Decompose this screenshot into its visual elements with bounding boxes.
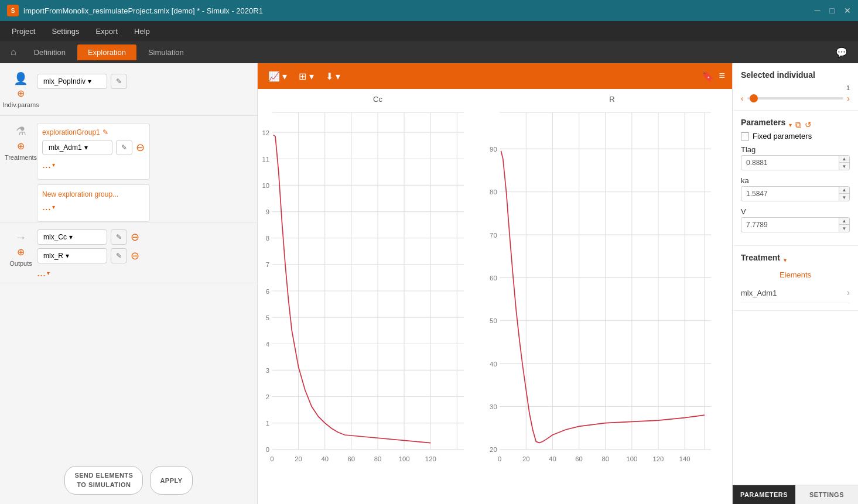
treatments-more-link[interactable]: ... ▾ xyxy=(42,159,55,171)
treatment-dropdown-arrow[interactable]: ▾ xyxy=(784,257,787,263)
slider-left-arrow[interactable]: ‹ xyxy=(741,94,744,103)
indiv-params-edit-button[interactable]: ✎ xyxy=(111,74,127,89)
selected-individual-title: Selected individual xyxy=(741,70,850,80)
new-group-more-link[interactable]: ... ▾ xyxy=(42,201,55,213)
output-r-remove-button[interactable]: ⊖ xyxy=(131,251,139,261)
parameters-dropdown-arrow[interactable]: ▾ xyxy=(789,122,792,128)
edit-group-icon[interactable]: ✎ xyxy=(102,128,108,136)
menu-bar: Project Settings Export Help xyxy=(0,21,858,41)
treatment-item-arrow[interactable]: › xyxy=(847,287,850,298)
param-ka-value-row[interactable]: 1.5847 ▲ ▼ xyxy=(741,186,850,201)
slider-container[interactable]: ‹ › xyxy=(741,94,850,103)
svg-text:5: 5 xyxy=(266,314,269,321)
output-cc-chevron: ▾ xyxy=(69,233,73,241)
parameters-copy-icon[interactable]: ⧉ xyxy=(795,120,801,130)
outputs-section: → ⊕ Outputs mlx_Cc ▾ ✎ ⊖ xyxy=(0,222,257,283)
parameters-reset-icon[interactable]: ↺ xyxy=(805,120,812,129)
chart-area: 📈 ▾ ⊞ ▾ ⬇ ▾ 🔖 ≡ Cc xyxy=(258,63,732,504)
param-ka-down[interactable]: ▼ xyxy=(839,194,849,201)
svg-text:20: 20 xyxy=(490,446,497,453)
param-tlag-value-row[interactable]: 0.8881 ▲ ▼ xyxy=(741,155,850,170)
svg-text:0: 0 xyxy=(266,446,269,453)
menu-export[interactable]: Export xyxy=(88,25,125,38)
chart-cc-title: Cc xyxy=(264,95,492,104)
slider-thumb[interactable] xyxy=(750,94,758,102)
tab-settings-bottom[interactable]: SETTINGS xyxy=(795,485,858,504)
tab-simulation[interactable]: Simulation xyxy=(138,44,194,60)
apply-button[interactable]: APPLY xyxy=(150,466,192,495)
person-icon: 👤 xyxy=(13,71,28,85)
svg-text:40: 40 xyxy=(549,455,556,462)
window-controls[interactable]: ─ □ ✕ xyxy=(815,6,851,15)
svg-text:30: 30 xyxy=(490,403,497,410)
new-exploration-group-button[interactable]: New exploration group... xyxy=(42,190,118,198)
indiv-params-label: Indiv.params xyxy=(2,101,39,108)
add-treatment-icon[interactable]: ⊕ xyxy=(17,140,25,152)
slider-track[interactable] xyxy=(747,97,844,100)
download-button[interactable]: ⬇ ▾ xyxy=(322,68,344,84)
slider-right-arrow[interactable]: › xyxy=(847,94,850,103)
title-bar-left: S importFromMonolix_resimulateProject.sm… xyxy=(7,5,263,16)
output-cc-edit-button[interactable]: ✎ xyxy=(111,229,127,245)
menu-help[interactable]: Help xyxy=(127,25,157,38)
svg-text:20: 20 xyxy=(522,455,530,462)
elements-link[interactable]: Elements xyxy=(741,267,850,283)
treatments-icon: ⚗ xyxy=(16,124,26,138)
tab-definition[interactable]: Definition xyxy=(23,44,76,60)
home-icon[interactable]: ⌂ xyxy=(5,43,22,61)
add-output-icon[interactable]: ⊕ xyxy=(17,246,25,258)
param-ka: ka 1.5847 ▲ ▼ xyxy=(741,176,850,201)
indiv-params-dropdown[interactable]: mlx_PopIndiv ▾ xyxy=(37,74,107,89)
bookmark-icon[interactable]: 🔖 xyxy=(701,70,714,83)
param-v-down[interactable]: ▼ xyxy=(839,225,849,232)
output-r-edit-button[interactable]: ✎ xyxy=(111,248,127,263)
param-ka-spinners[interactable]: ▲ ▼ xyxy=(839,187,849,201)
adm-dropdown[interactable]: mlx_Adm1 ▾ xyxy=(42,140,112,155)
param-v-value-row[interactable]: 7.7789 ▲ ▼ xyxy=(741,217,850,232)
param-ka-value: 1.5847 xyxy=(741,187,839,200)
tab-bar: ⌂ Definition Exploration Simulation 💬 xyxy=(0,41,858,63)
param-v-up[interactable]: ▲ xyxy=(839,218,849,225)
treatment-item-row: mlx_Adm1 › xyxy=(741,283,850,303)
outputs-more-link[interactable]: ... ▾ xyxy=(37,267,50,279)
maximize-button[interactable]: □ xyxy=(830,6,835,15)
adm-edit-button[interactable]: ✎ xyxy=(116,140,132,155)
minimize-button[interactable]: ─ xyxy=(815,6,821,15)
svg-text:100: 100 xyxy=(626,455,637,462)
svg-text:0: 0 xyxy=(498,455,501,462)
param-tlag-spinners[interactable]: ▲ ▼ xyxy=(839,156,849,170)
tab-parameters-bottom[interactable]: PARAMETERS xyxy=(733,485,795,504)
indiv-params-dropdown-label: mlx_PopIndiv xyxy=(43,77,86,85)
svg-text:6: 6 xyxy=(266,288,269,295)
svg-text:40: 40 xyxy=(321,455,329,462)
add-indiv-icon[interactable]: ⊕ xyxy=(17,88,25,99)
selected-individual-section: Selected individual 1 ‹ › xyxy=(733,63,858,111)
param-v-spinners[interactable]: ▲ ▼ xyxy=(839,218,849,232)
send-to-sim-button[interactable]: SEND ELEMENTS TO SIMULATION xyxy=(64,466,143,495)
param-tlag-up[interactable]: ▲ xyxy=(839,156,849,163)
table-view-button[interactable]: ⊞ ▾ xyxy=(295,68,317,84)
menu-settings[interactable]: Settings xyxy=(45,25,86,38)
adm-remove-button[interactable]: ⊖ xyxy=(136,142,145,153)
parameters-title-row: Parameters ▾ ⧉ ↺ xyxy=(741,118,850,132)
fixed-params-checkbox[interactable] xyxy=(741,132,749,140)
main-layout: 👤 ⊕ Indiv.params mlx_PopIndiv ▾ ✎ ⚗ xyxy=(0,63,858,504)
chart-r: R xyxy=(498,95,726,498)
param-tlag-name: Tlag xyxy=(741,145,850,154)
param-v-name: V xyxy=(741,207,850,216)
output-cc-remove-button[interactable]: ⊖ xyxy=(131,232,139,242)
hamburger-icon[interactable]: ≡ xyxy=(719,70,725,83)
chart-r-title: R xyxy=(498,95,726,104)
svg-text:100: 100 xyxy=(399,455,410,462)
param-ka-up[interactable]: ▲ xyxy=(839,187,849,194)
chart-type-button[interactable]: 📈 ▾ xyxy=(265,68,290,84)
close-button[interactable]: ✕ xyxy=(844,6,851,15)
output-r-dropdown[interactable]: mlx_R ▾ xyxy=(37,248,107,263)
output-r-label: mlx_R xyxy=(43,252,63,260)
chat-icon[interactable]: 💬 xyxy=(830,43,853,61)
tab-exploration[interactable]: Exploration xyxy=(77,44,136,60)
treatments-icon-col: ⚗ ⊕ Treatments xyxy=(5,123,37,161)
output-cc-dropdown[interactable]: mlx_Cc ▾ xyxy=(37,229,107,245)
param-tlag-down[interactable]: ▼ xyxy=(839,163,849,170)
menu-project[interactable]: Project xyxy=(5,25,42,38)
